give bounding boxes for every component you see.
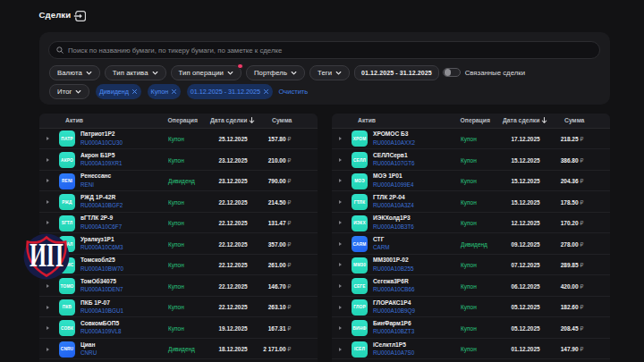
svg-text:ИП: ИП: [30, 236, 64, 274]
